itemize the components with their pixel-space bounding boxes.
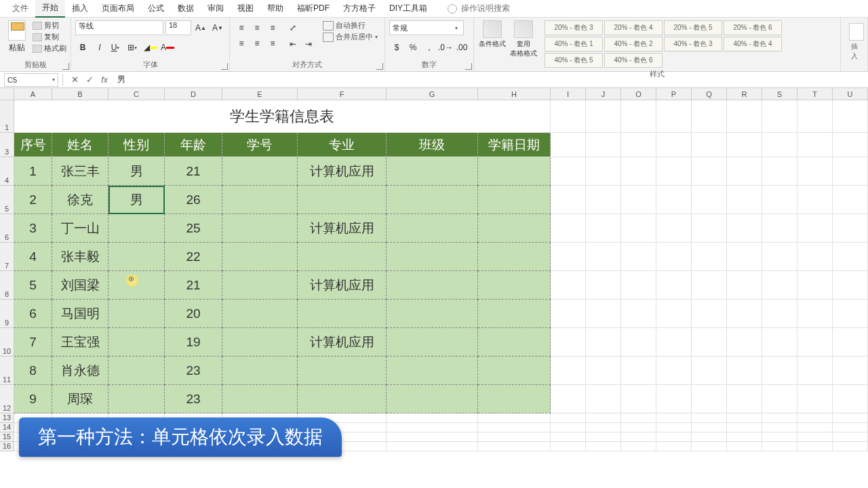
- cell[interactable]: [551, 186, 586, 214]
- cell[interactable]: [656, 133, 692, 157]
- data-cell[interactable]: [222, 357, 298, 385]
- style-item[interactable]: 40% - 着色 1: [545, 37, 603, 52]
- row-header[interactable]: 15: [0, 432, 14, 442]
- font-name-combo[interactable]: 等线: [75, 20, 163, 35]
- cell[interactable]: [621, 214, 656, 243]
- cell[interactable]: [551, 271, 586, 300]
- data-cell[interactable]: [222, 243, 298, 271]
- data-cell[interactable]: [387, 271, 478, 300]
- cell[interactable]: [762, 442, 797, 451]
- cell[interactable]: [586, 385, 621, 413]
- tab-diy[interactable]: DIY工具箱: [382, 0, 434, 17]
- column-header[interactable]: Q: [692, 88, 727, 100]
- header-cell[interactable]: 学号: [222, 133, 298, 157]
- data-cell[interactable]: 5: [14, 271, 52, 300]
- cell[interactable]: [727, 133, 762, 157]
- style-item[interactable]: 40% - 着色 4: [724, 37, 782, 52]
- data-cell[interactable]: [108, 357, 165, 385]
- column-header[interactable]: P: [656, 88, 692, 100]
- cell[interactable]: [478, 442, 551, 451]
- data-cell[interactable]: 男: [108, 157, 165, 186]
- cell[interactable]: [692, 432, 727, 442]
- data-cell[interactable]: 徐克: [52, 186, 108, 214]
- cell[interactable]: [551, 100, 586, 133]
- data-cell[interactable]: 计算机应用: [298, 214, 387, 243]
- data-cell[interactable]: 刘国梁: [52, 271, 108, 300]
- cell[interactable]: [762, 423, 797, 432]
- tab-review[interactable]: 审阅: [201, 0, 231, 17]
- data-cell[interactable]: 4: [14, 243, 52, 271]
- row-header[interactable]: 6: [0, 214, 14, 243]
- increase-font-button[interactable]: A▲: [193, 20, 208, 35]
- data-cell[interactable]: [387, 157, 478, 186]
- paste-button[interactable]: 粘贴: [4, 20, 30, 54]
- cell[interactable]: [727, 186, 762, 214]
- row-header[interactable]: 12: [0, 385, 14, 413]
- cell[interactable]: [727, 271, 762, 300]
- cell[interactable]: [762, 214, 797, 243]
- data-cell[interactable]: [298, 300, 387, 328]
- cell-styles-gallery[interactable]: 20% - 着色 3 20% - 着色 4 20% - 着色 5 20% - 着…: [545, 20, 782, 68]
- underline-button[interactable]: U▾: [109, 40, 124, 55]
- cell[interactable]: [586, 357, 621, 385]
- cell[interactable]: [586, 100, 621, 133]
- data-cell[interactable]: [222, 186, 298, 214]
- cell[interactable]: [478, 423, 551, 432]
- align-bottom-button[interactable]: ≡: [265, 20, 280, 35]
- decrease-decimal-button[interactable]: .00: [454, 40, 469, 55]
- cell[interactable]: [797, 385, 833, 413]
- cell[interactable]: [797, 157, 833, 186]
- data-cell[interactable]: [222, 157, 298, 186]
- decrease-indent-button[interactable]: ⇤: [285, 37, 300, 52]
- header-cell[interactable]: 专业: [298, 133, 387, 157]
- cell[interactable]: [797, 357, 833, 385]
- cell[interactable]: [833, 442, 868, 451]
- data-cell[interactable]: [108, 271, 165, 300]
- cell[interactable]: [656, 157, 692, 186]
- data-cell[interactable]: [478, 328, 551, 357]
- cell[interactable]: [621, 357, 656, 385]
- cell[interactable]: [727, 300, 762, 328]
- number-format-combo[interactable]: 常规▾: [389, 20, 464, 35]
- cell[interactable]: [692, 423, 727, 432]
- row-header[interactable]: 14: [0, 423, 14, 432]
- cancel-edit-button[interactable]: ✕: [67, 75, 82, 85]
- cell[interactable]: [551, 442, 586, 451]
- data-cell[interactable]: [478, 186, 551, 214]
- data-cell[interactable]: [222, 214, 298, 243]
- style-item[interactable]: 20% - 着色 4: [604, 20, 663, 35]
- cell[interactable]: [692, 385, 727, 413]
- column-header[interactable]: B: [52, 88, 108, 100]
- cell[interactable]: [656, 300, 692, 328]
- cell[interactable]: [762, 432, 797, 442]
- cell[interactable]: [621, 432, 656, 442]
- cell[interactable]: [478, 413, 551, 423]
- data-cell[interactable]: 22: [165, 243, 222, 271]
- cell[interactable]: [727, 100, 762, 133]
- row-header[interactable]: 13: [0, 413, 14, 423]
- data-cell[interactable]: [108, 328, 165, 357]
- row-header[interactable]: 4: [0, 157, 14, 186]
- column-header[interactable]: A: [14, 88, 52, 100]
- cell[interactable]: [621, 100, 656, 133]
- data-cell[interactable]: 2: [14, 186, 52, 214]
- cell[interactable]: [762, 413, 797, 423]
- row-header[interactable]: 9: [0, 300, 14, 328]
- row-header[interactable]: 5: [0, 186, 14, 214]
- cell[interactable]: [692, 413, 727, 423]
- data-cell[interactable]: 计算机应用: [298, 328, 387, 357]
- style-item[interactable]: 40% - 着色 3: [664, 37, 722, 52]
- cell[interactable]: [586, 413, 621, 423]
- row-header[interactable]: 10: [0, 328, 14, 357]
- tab-data[interactable]: 数据: [171, 0, 201, 17]
- data-cell[interactable]: [387, 186, 478, 214]
- cell[interactable]: [797, 432, 833, 442]
- data-cell[interactable]: [222, 300, 298, 328]
- cell[interactable]: [586, 186, 621, 214]
- cell[interactable]: [797, 271, 833, 300]
- cell[interactable]: [586, 328, 621, 357]
- style-item[interactable]: 20% - 着色 3: [545, 20, 603, 35]
- cell[interactable]: [387, 413, 478, 423]
- data-cell[interactable]: 20: [165, 300, 222, 328]
- cell[interactable]: [762, 186, 797, 214]
